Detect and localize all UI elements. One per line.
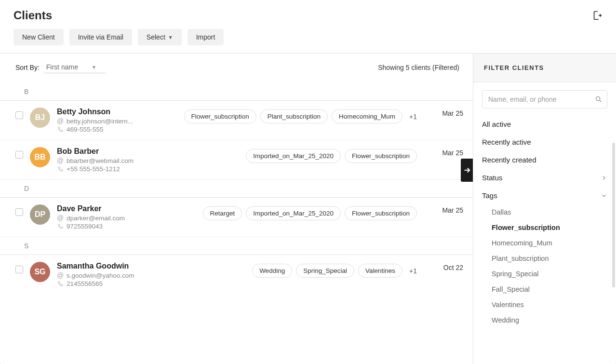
filter-tag-item[interactable]: Flower_subscription: [482, 220, 607, 235]
sort-by-value: First name: [46, 63, 78, 71]
client-email: @s.goodwin@yahoo.com: [57, 271, 148, 279]
filter-recently-created[interactable]: Recently created: [482, 151, 607, 169]
client-info: Betty Johnson@betty.johnson@intern...469…: [57, 108, 148, 133]
section-header: S: [0, 237, 473, 255]
filter-tag-item[interactable]: Spring_Special: [482, 266, 607, 282]
filter-tags[interactable]: Tags: [482, 187, 607, 204]
showing-count: Showing 5 clients (Filtered): [378, 64, 459, 71]
collapse-filter-handle[interactable]: [461, 159, 473, 182]
tag-overflow[interactable]: +1: [409, 113, 417, 121]
filter-body: All active Recently active Recently crea…: [473, 82, 616, 364]
client-row[interactable]: BBBob Barber@bbarber@webmail.com+55 555-…: [0, 140, 473, 180]
client-tags: Imported_on_Mar_25_2020Flower_subscripti…: [155, 147, 421, 163]
tag-overflow[interactable]: +1: [409, 267, 417, 275]
tag-chip[interactable]: Homecoming_Mum: [332, 109, 402, 123]
chevron-right-icon: [601, 175, 607, 181]
client-date: Mar 25: [428, 108, 463, 117]
client-phone: 9725559043: [57, 223, 148, 230]
tag-chip[interactable]: Wedding: [252, 264, 292, 278]
filter-search-input[interactable]: [482, 90, 607, 108]
tag-chip[interactable]: Plant_subscription: [260, 109, 328, 123]
sort-by-select[interactable]: First name ▼: [44, 61, 106, 73]
client-tags: Flower_subscriptionPlant_subscriptionHom…: [155, 108, 421, 123]
tag-chip[interactable]: Flower_subscription: [184, 109, 256, 123]
new-client-button[interactable]: New Client: [13, 29, 64, 45]
client-phone: +55 555-555-1212: [57, 165, 148, 173]
scrollbar-thumb[interactable]: [612, 143, 615, 287]
tag-chip[interactable]: Flower_subscription: [345, 149, 417, 163]
tag-chip[interactable]: Valentines: [358, 264, 402, 278]
page-title: Clients: [13, 9, 52, 22]
client-phone: 2145556565: [57, 280, 148, 287]
client-row[interactable]: BJBetty Johnson@betty.johnson@intern...4…: [0, 101, 473, 140]
caret-down-icon: ▼: [92, 65, 96, 70]
section-header: B: [0, 83, 473, 101]
client-date: Mar 25: [428, 204, 463, 214]
client-email: @bbarber@webmail.com: [57, 157, 148, 164]
at-icon: @: [57, 157, 64, 164]
filter-search-wrap: [482, 90, 607, 108]
filter-title: FILTER CLIENTS: [484, 64, 605, 71]
export-icon[interactable]: [592, 10, 603, 21]
client-date: Oct 22: [428, 262, 463, 271]
filter-recently-active[interactable]: Recently active: [482, 133, 607, 151]
client-tags: WeddingSpring_SpecialValentines+1: [155, 262, 421, 278]
at-icon: @: [57, 271, 64, 279]
client-name: Dave Parker: [57, 204, 148, 213]
filter-tag-item[interactable]: Fall_Special: [482, 282, 607, 297]
filter-header: FILTER CLIENTS: [473, 54, 616, 82]
client-name: Betty Johnson: [57, 108, 148, 116]
client-name: Samantha Goodwin: [57, 262, 148, 270]
row-checkbox[interactable]: [15, 208, 23, 216]
arrow-right-icon: [463, 166, 471, 175]
section-header: D: [0, 180, 473, 198]
app-window: Clients New Client Invite via Email Sele…: [0, 0, 616, 364]
main-panel: Sort By: First name ▼ Showing 5 clients …: [0, 54, 473, 364]
at-icon: @: [57, 214, 64, 222]
client-email: @betty.johnson@intern...: [57, 117, 148, 125]
tag-chip[interactable]: Flower_subscription: [345, 206, 417, 220]
client-phone: 469-555-555: [57, 126, 148, 133]
client-info: Samantha Goodwin@s.goodwin@yahoo.com2145…: [57, 262, 148, 287]
filter-tag-item[interactable]: Plant_subscription: [482, 251, 607, 266]
sort-by-label: Sort By:: [15, 64, 40, 71]
client-info: Bob Barber@bbarber@webmail.com+55 555-55…: [57, 147, 148, 173]
invite-via-email-button[interactable]: Invite via Email: [69, 29, 132, 45]
avatar: BB: [30, 147, 50, 167]
header-bar: Clients: [0, 0, 616, 22]
sort-row: Sort By: First name ▼ Showing 5 clients …: [0, 54, 473, 83]
tag-chip[interactable]: Imported_on_Mar_25_2020: [246, 149, 341, 163]
client-date: Mar 25: [428, 147, 463, 157]
filter-tag-item[interactable]: Dallas: [482, 204, 607, 220]
caret-down-icon: ▼: [168, 35, 173, 40]
tag-chip[interactable]: Imported_on_Mar_25_2020: [246, 206, 341, 220]
filter-tag-item[interactable]: Wedding: [482, 312, 607, 328]
import-button[interactable]: Import: [187, 29, 224, 45]
tag-chip[interactable]: Retarget: [203, 206, 242, 220]
row-checkbox[interactable]: [15, 151, 23, 159]
toolbar: New Client Invite via Email Select ▼ Imp…: [0, 22, 616, 54]
search-icon: [595, 95, 603, 103]
filter-tag-item[interactable]: Homecoming_Mum: [482, 235, 607, 251]
client-name: Bob Barber: [57, 147, 148, 156]
content-row: Sort By: First name ▼ Showing 5 clients …: [0, 54, 616, 364]
client-tags: RetargetImported_on_Mar_25_2020Flower_su…: [155, 204, 421, 220]
select-label: Select: [147, 33, 165, 41]
at-icon: @: [57, 117, 64, 125]
filter-tag-item[interactable]: Valentines: [482, 297, 607, 312]
avatar: DP: [30, 204, 50, 225]
row-checkbox[interactable]: [15, 266, 23, 273]
filter-status[interactable]: Status: [482, 169, 607, 187]
client-row[interactable]: SGSamantha Goodwin@s.goodwin@yahoo.com21…: [0, 255, 473, 294]
client-info: Dave Parker@dparker@email.com9725559043: [57, 204, 148, 230]
svg-point-0: [596, 97, 600, 101]
filter-all-active[interactable]: All active: [482, 115, 607, 133]
client-email: @dparker@email.com: [57, 214, 148, 222]
client-row[interactable]: DPDave Parker@dparker@email.com972555904…: [0, 198, 473, 237]
filter-tags-list: DallasFlower_subscriptionHomecoming_MumP…: [482, 204, 607, 328]
client-list[interactable]: BBJBetty Johnson@betty.johnson@intern...…: [0, 83, 473, 364]
avatar: SG: [30, 262, 50, 282]
select-dropdown-button[interactable]: Select ▼: [138, 29, 182, 45]
row-checkbox[interactable]: [15, 111, 23, 119]
tag-chip[interactable]: Spring_Special: [296, 264, 354, 278]
